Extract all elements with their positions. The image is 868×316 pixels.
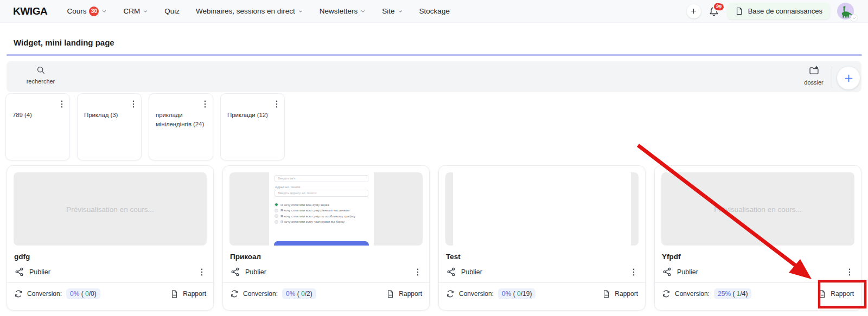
top-navbar: KWIGA Cours 30 CRM Quiz Webinaires, sess…: [0, 0, 868, 23]
nav-item-quiz[interactable]: Quiz: [164, 7, 180, 15]
kebab-menu-icon[interactable]: [129, 99, 138, 109]
nav-item-stockage[interactable]: Stockage: [419, 7, 450, 15]
nav-item-site[interactable]: Site: [382, 7, 403, 15]
share-icon: [662, 267, 672, 277]
radio-icon: [275, 209, 278, 212]
landing-card: Prévisualisation en cours... Yfpdf Publi…: [654, 165, 861, 311]
chevron-down-icon: [143, 9, 148, 14]
report-button[interactable]: Rapport: [170, 289, 206, 299]
knowledge-base-button[interactable]: Base de connaissances: [727, 3, 830, 20]
chevron-down-icon: [360, 9, 366, 14]
create-landing-button[interactable]: [837, 67, 860, 89]
plus-icon: [690, 8, 697, 15]
nav-item-newsletters[interactable]: Newsletters: [320, 7, 366, 15]
folder-card[interactable]: 789 (4): [5, 93, 70, 160]
preview-radio-option: Я хочу сплатити всю суму по особливому г…: [275, 214, 368, 218]
conversion-badge: 0% ( 0/2): [282, 288, 316, 299]
publish-button[interactable]: Publier: [461, 268, 482, 276]
divider: [439, 282, 645, 283]
user-avatar[interactable]: [837, 3, 854, 20]
preview-name-input: Введіть ім'я: [275, 175, 368, 182]
report-icon: [386, 289, 395, 299]
preview-email-label: Адрес ел. пошти: [275, 185, 368, 189]
landing-card: Введіть ім'я Адрес ел. пошти Введіть адр…: [222, 165, 430, 311]
conversion-label: Conversion:: [243, 290, 278, 298]
radio-icon: [275, 214, 278, 218]
card-preview[interactable]: [445, 172, 639, 246]
report-icon: [602, 289, 611, 299]
conversion-label: Conversion:: [27, 290, 62, 298]
kebab-menu-icon[interactable]: [413, 267, 423, 277]
kebab-menu-icon[interactable]: [197, 267, 207, 277]
landing-card: Prévisualisation en cours... gdfg Publie…: [7, 165, 214, 311]
publish-button[interactable]: Publier: [29, 268, 50, 276]
plus-icon: [844, 73, 854, 83]
nav-item-crm[interactable]: CRM: [123, 7, 148, 15]
sync-icon[interactable]: [230, 289, 239, 298]
quick-add-button[interactable]: [687, 4, 701, 18]
nav-label: Newsletters: [320, 7, 358, 15]
sync-icon[interactable]: [446, 289, 455, 298]
conversion-label: Conversion:: [459, 290, 494, 298]
divider: [223, 282, 429, 283]
kwiga-logo: KWIGA: [13, 5, 47, 17]
mini-landing-preview: Введіть ім'я Адрес ел. пошти Введіть адр…: [269, 172, 374, 246]
folder-card[interactable]: Приклад (3): [77, 93, 142, 160]
report-button[interactable]: Rapport: [602, 289, 638, 299]
card-preview[interactable]: Prévisualisation en cours...: [661, 172, 854, 246]
report-icon: [170, 289, 179, 299]
folder-plus-icon: [808, 65, 820, 76]
nav-label: Stockage: [419, 7, 450, 15]
kebab-menu-icon[interactable]: [845, 267, 854, 277]
publish-button[interactable]: Publier: [677, 268, 698, 276]
nav-label: Cours: [67, 7, 86, 15]
conversion-badge: 0% ( 0/0): [66, 288, 100, 299]
folder-label: dossier: [797, 79, 831, 86]
header-actions: 99 Base de connaissances: [687, 3, 854, 20]
sync-icon[interactable]: [14, 289, 23, 298]
chevron-down-icon: [398, 9, 403, 14]
mini-landing-preview: [453, 172, 631, 246]
landing-title: Прикоал: [230, 253, 423, 261]
kebab-menu-icon[interactable]: [200, 99, 210, 109]
kebab-menu-icon[interactable]: [272, 99, 282, 109]
report-button-highlighted[interactable]: Rapport: [818, 289, 854, 299]
page-title: Widget, mini landing page: [14, 38, 114, 47]
nav-label: Quiz: [164, 7, 180, 15]
preview-loading-text: Prévisualisation en cours...: [661, 205, 854, 213]
kebab-menu-icon[interactable]: [629, 267, 639, 277]
folders-row: 789 (4) Приклад (3) приклади мінілендінг…: [5, 93, 285, 160]
folder-card[interactable]: приклади мінілендінгів (24): [149, 93, 213, 160]
conversion-badge: 25% ( 1/4): [714, 288, 751, 299]
publish-button[interactable]: Publier: [245, 268, 266, 276]
folder-card[interactable]: Приклади (12): [220, 93, 285, 160]
landing-title: Yfpdf: [662, 253, 854, 261]
notifications-button[interactable]: 99: [708, 5, 720, 17]
chevron-down-icon: [852, 16, 856, 20]
chevron-down-icon: [101, 9, 107, 14]
nav-item-webinaires[interactable]: Webinaires, sessions en direct: [196, 7, 303, 15]
nav-item-cours[interactable]: Cours 30: [67, 7, 107, 16]
kebab-menu-icon[interactable]: [57, 99, 67, 109]
conversion-badge: 0% ( 0/19): [498, 288, 535, 299]
preview-radio-option: Я хочу сплатити всю суму зараз: [275, 203, 368, 207]
card-preview[interactable]: Prévisualisation en cours...: [14, 172, 207, 246]
report-icon: [818, 289, 827, 299]
active-tab-underline: [7, 54, 862, 56]
card-preview[interactable]: Введіть ім'я Адрес ел. пошти Введіть адр…: [229, 172, 423, 246]
share-icon: [230, 267, 240, 277]
sync-icon[interactable]: [662, 289, 671, 298]
share-icon: [14, 267, 24, 277]
landing-title: Test: [446, 253, 639, 261]
preview-radio-option: Я хочу сплатити всю суму рівними частина…: [275, 209, 368, 212]
preview-loading-text: Prévisualisation en cours...: [14, 205, 207, 213]
radio-icon: [275, 203, 278, 207]
avatar-menu-chevron[interactable]: [851, 15, 857, 21]
report-button[interactable]: Rapport: [386, 289, 422, 299]
search-button[interactable]: rechercher: [20, 65, 62, 85]
radio-icon: [275, 220, 278, 224]
folder-name: 789 (4): [12, 111, 65, 120]
add-folder-button[interactable]: dossier: [797, 65, 831, 86]
folder-name: приклади мінілендінгів (24): [156, 111, 208, 130]
cours-count-badge: 30: [89, 7, 99, 16]
